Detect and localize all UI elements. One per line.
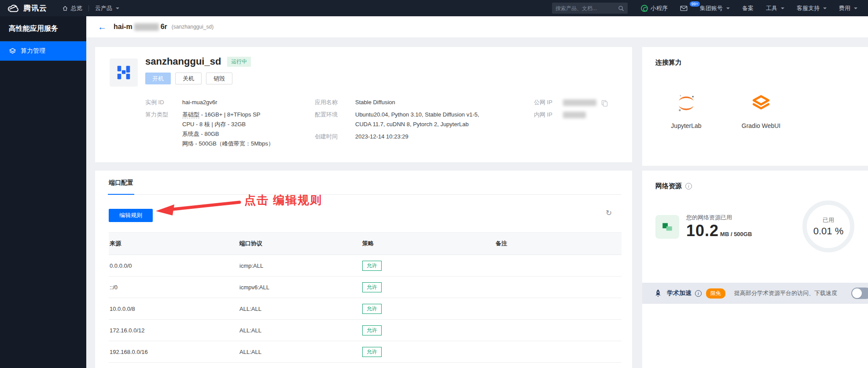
- cell-source: ::/0: [109, 284, 239, 291]
- field-label: 配置环境: [315, 110, 355, 129]
- chevron-down-icon: [781, 7, 784, 9]
- instance-id-title: hai-m 6r: [114, 23, 167, 31]
- cell-policy: 允许: [362, 282, 496, 292]
- cell-protocol: ALL:ALL: [239, 327, 362, 334]
- field-compute-type: 算力类型 基础型 - 16GB+ | 8+TFlops SP CPU - 8 核…: [145, 110, 274, 149]
- main-content: ← hai-m 6r (sanzhanggui_sd): [86, 16, 868, 368]
- back-icon[interactable]: ←: [98, 22, 107, 31]
- field-value: Stable Diffusion: [355, 98, 395, 107]
- used-amount: 10.2: [686, 222, 719, 240]
- status-badge: 运行中: [227, 57, 251, 67]
- type-line-disk: 系统盘 - 80GB: [182, 131, 219, 137]
- detail-group-ip: 公网 IP 内网 IP: [534, 98, 607, 122]
- port-rules-table: 来源 端口协议 策略 备注 0.0.0.0/0 icmp:ALL 允许 ::/0…: [109, 232, 622, 363]
- search-box[interactable]: [552, 3, 628, 14]
- annotation-text: 点击 编辑规则: [244, 193, 322, 208]
- info-icon[interactable]: i: [695, 290, 702, 297]
- network-used-value: 10.2 MB / 500GB: [686, 222, 752, 240]
- refresh-icon[interactable]: ↻: [606, 208, 612, 218]
- connect-item-jupyterlab[interactable]: JupyterLab: [658, 93, 715, 129]
- nav-tools[interactable]: 工具: [760, 4, 791, 12]
- tab-port-config[interactable]: 端口配置: [109, 171, 133, 195]
- chevron-down-icon: [854, 7, 857, 9]
- connect-item-label: Gradio WebUI: [732, 122, 790, 129]
- connect-card: 连接算力 JupyterLab Gradio W: [642, 47, 868, 166]
- chevron-down-icon: [726, 7, 730, 9]
- connect-item-label: JupyterLab: [658, 122, 715, 129]
- field-public-ip: 公网 IP: [534, 98, 607, 107]
- allow-badge: 允许: [362, 347, 382, 357]
- col-header-protocol: 端口协议: [239, 240, 362, 248]
- nav-billing[interactable]: 费用: [833, 4, 864, 12]
- mail-icon: [680, 5, 688, 11]
- nav-support[interactable]: 客服支持: [791, 4, 833, 12]
- sidebar-title: 高性能应用服务: [0, 16, 86, 41]
- hai-logo: [110, 58, 138, 87]
- cell-protocol: icmpv6:ALL: [239, 284, 362, 291]
- sidebar-item-label: 算力管理: [21, 47, 45, 55]
- detail-group-app: 应用名称 Stable Diffusion 配置环境 Ubuntu20.04, …: [315, 98, 479, 144]
- hai-h-icon: [115, 64, 132, 81]
- academic-acceleration-bar: 学术加速 i 限免 提高部分学术资源平台的访问、下载速度: [642, 283, 868, 304]
- nav-group-account-label: 集团账号: [700, 4, 723, 12]
- toggle-knob: [852, 288, 862, 298]
- nav-products[interactable]: 云产品: [89, 0, 125, 16]
- instance-alias: (sanzhanggui_sd): [172, 24, 213, 30]
- copy-icon[interactable]: [602, 100, 607, 106]
- brand-label: 腾讯云: [23, 3, 47, 13]
- field-label: 应用名称: [315, 98, 355, 107]
- destroy-button[interactable]: 销毁: [206, 73, 232, 84]
- network-usage-icon: [655, 215, 679, 239]
- nav-messages[interactable]: 99+: [674, 5, 694, 11]
- table-row: 172.16.0.0/12 ALL:ALL 允许: [109, 320, 622, 341]
- power-off-button[interactable]: 关机: [175, 73, 202, 84]
- redacted-private-ip: [563, 112, 586, 118]
- col-header-policy: 策略: [362, 240, 496, 248]
- field-label: 公网 IP: [534, 98, 563, 107]
- cell-source: 172.16.0.0/12: [109, 327, 239, 334]
- type-rest: - 16GB+ | 8+TFlops SP: [201, 111, 261, 118]
- info-icon[interactable]: i: [685, 183, 692, 189]
- topbar-right: 小程序 99+ 集团账号 备案 工具 客服支持: [552, 3, 868, 14]
- cell-source: 192.168.0.0/16: [109, 349, 239, 355]
- field-label: 算力类型: [145, 110, 182, 149]
- nav-tools-label: 工具: [766, 4, 777, 12]
- nav-miniprogram[interactable]: 小程序: [635, 4, 674, 12]
- detail-group-basic: 实例 ID hai-mua2gv6r 算力类型 基础型 - 16GB+ | 8+…: [145, 98, 274, 151]
- instance-header: sanzhanggui_sd 运行中: [145, 56, 251, 67]
- rocket-icon: [655, 289, 662, 298]
- topbar: 腾讯云 总览 云产品 小程序: [0, 0, 868, 16]
- table-header-row: 来源 端口协议 策略 备注: [109, 232, 622, 255]
- power-on-button[interactable]: 开机: [145, 73, 171, 84]
- field-value: [563, 110, 586, 120]
- redacted-id-segment: [134, 23, 159, 31]
- instance-id-suffix: 6r: [161, 23, 167, 31]
- connect-item-gradio[interactable]: Gradio WebUI: [732, 93, 790, 129]
- type-name-tooltip-trigger[interactable]: 基础型: [182, 111, 199, 118]
- env-line-1: Ubuntu20.04, Python 3.10, Stable Diffusi…: [355, 111, 479, 118]
- annotation-arrow-icon: [151, 196, 248, 218]
- search-icon[interactable]: [618, 5, 624, 11]
- search-input[interactable]: [555, 5, 618, 11]
- network-title: 网络资源 i: [655, 182, 692, 190]
- field-instance-id: 实例 ID hai-mua2gv6r: [145, 98, 274, 107]
- nav-group-account[interactable]: 集团账号: [694, 4, 736, 12]
- cell-protocol: ALL:ALL: [239, 306, 362, 312]
- edit-rules-button[interactable]: 编辑规则: [109, 209, 153, 222]
- tencent-cloud-logo[interactable]: 腾讯云: [0, 3, 56, 13]
- allow-badge: 允许: [362, 261, 382, 271]
- type-line-network: 网络 - 500GB（峰值带宽：5Mbps）: [182, 140, 274, 147]
- nav-products-label: 云产品: [95, 4, 112, 12]
- home-icon: [62, 5, 68, 11]
- miniprogram-icon: [641, 5, 648, 12]
- acceleration-desc: 提高部分学术资源平台的访问、下载速度: [734, 289, 837, 297]
- network-title-label: 网络资源: [655, 182, 682, 190]
- instance-actions: 开机 关机 销毁: [145, 73, 232, 84]
- sidebar-item-compute-management[interactable]: 算力管理: [0, 41, 86, 61]
- instance-card: sanzhanggui_sd 运行中 开机 关机 销毁 实例 ID hai-mu…: [95, 47, 632, 162]
- acceleration-toggle[interactable]: [851, 288, 868, 299]
- field-app-name: 应用名称 Stable Diffusion: [315, 98, 479, 107]
- nav-overview[interactable]: 总览: [56, 0, 88, 16]
- nav-beian[interactable]: 备案: [736, 4, 760, 12]
- cell-policy: 允许: [362, 347, 496, 357]
